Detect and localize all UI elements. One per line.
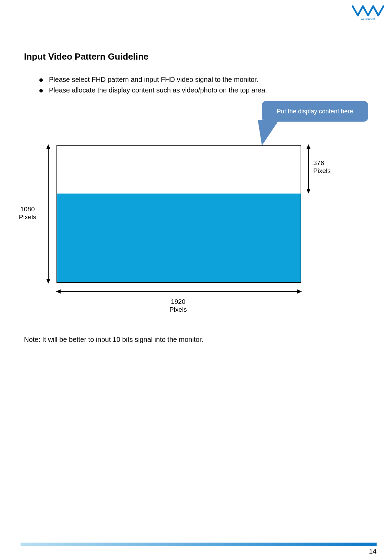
width-unit: Pixels — [169, 306, 187, 313]
diagram: Put the display content here 1080 Pixels… — [24, 101, 368, 324]
top-height-dimension-label: 376 Pixels — [313, 159, 331, 175]
width-dimension-arrow — [56, 291, 301, 292]
screen-blue-region — [57, 194, 301, 282]
page-number: 14 — [369, 547, 377, 555]
bullet-item: Please allocate the display content such… — [39, 86, 368, 94]
section-heading: Input Video Pattern Guideline — [24, 51, 368, 62]
footer-divider — [21, 543, 377, 546]
screen-rectangle — [56, 145, 301, 283]
bullet-item: Please select FHD pattern and input FHD … — [39, 76, 368, 84]
height-value: 1080 — [20, 206, 35, 213]
height-dimension-arrow — [48, 145, 49, 283]
width-dimension-label: 1920 Pixels — [169, 298, 187, 314]
logo-tagline: we connect — [361, 17, 375, 21]
bullet-list: Please select FHD pattern and input FHD … — [39, 76, 368, 94]
brand-logo: we connect — [351, 3, 385, 21]
callout-tail — [258, 120, 279, 146]
top-height-dimension-arrow — [308, 145, 309, 193]
height-dimension-label: 1080 Pixels — [19, 206, 36, 221]
top-height-unit: Pixels — [313, 167, 331, 174]
height-unit: Pixels — [19, 213, 36, 221]
note-text: Note: It will be better to input 10 bits… — [24, 336, 203, 344]
callout-bubble: Put the display content here — [262, 101, 368, 122]
top-height-value: 376 — [313, 159, 324, 166]
callout-text: Put the display content here — [277, 108, 353, 115]
width-value: 1920 — [171, 298, 185, 305]
